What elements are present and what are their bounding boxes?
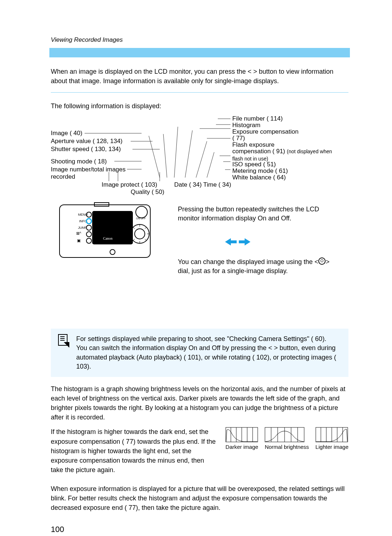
histogram-paragraph-2: If the histogram is higher towards the d… — [51, 427, 217, 474]
svg-text:ON  OFF: ON OFF — [136, 217, 146, 220]
svg-line-12 — [149, 136, 160, 178]
svg-text:JUMP: JUMP — [78, 226, 87, 230]
svg-text:INFO.: INFO. — [79, 219, 88, 223]
camera-illustration: MENU INFO. JUMP — [58, 201, 152, 263]
hist-normal: Normal brightness — [265, 427, 309, 450]
svg-line-13 — [163, 134, 167, 178]
side-text-dial: You can change the displayed image using… — [178, 257, 341, 276]
svg-line-15 — [185, 130, 192, 178]
svg-line-42 — [145, 227, 146, 229]
svg-point-28 — [86, 225, 91, 230]
svg-line-16 — [196, 141, 207, 178]
label-histogram: Histogram — [232, 122, 260, 129]
svg-line-41 — [133, 239, 135, 240]
svg-rect-31 — [94, 203, 109, 206]
label-iso: ISO speed ( 51) — [232, 161, 276, 168]
svg-point-33 — [130, 224, 149, 243]
label-exp-comp-ref: ( 77) — [232, 135, 245, 142]
svg-point-34 — [135, 229, 145, 239]
info-display-diagram: Image ( 40) Aperture value ( 128, 134) S… — [51, 116, 348, 326]
note-line-1: For settings displayed while preparing t… — [76, 334, 342, 344]
label-shutter: Shutter speed ( 130, 134) — [51, 146, 121, 153]
svg-rect-21 — [60, 205, 150, 257]
histogram-examples: Darker image Normal brightness — [225, 427, 348, 450]
label-flash-exp-1: Flash exposure — [232, 141, 274, 149]
label-exp-comp: Exposure compensation — [232, 128, 298, 135]
note-box: For settings displayed while preparing t… — [51, 329, 348, 377]
svg-point-24 — [86, 212, 91, 217]
svg-point-30 — [86, 238, 91, 243]
overexposure-paragraph: When exposure information is displayed f… — [51, 484, 348, 512]
section-bar — [49, 48, 350, 57]
side-text-toggle: Pressing the button repeatedly switches … — [178, 205, 341, 223]
svg-point-29 — [86, 232, 91, 237]
svg-text:▣: ▣ — [77, 238, 81, 243]
intro-paragraph: When an image is displayed on the LCD mo… — [51, 67, 348, 86]
histogram-paragraph: The histogram is a graph showing brightn… — [51, 384, 348, 422]
label-white-balance: White balance ( 64) — [232, 174, 286, 181]
label-metering: Metering mode ( 61) — [232, 167, 288, 175]
label-shooting-mode: Shooting mode ( 18) — [51, 158, 107, 165]
separator — [51, 92, 348, 93]
svg-text:MENU: MENU — [78, 213, 88, 216]
note-line-2: You can switch the information display O… — [76, 344, 342, 371]
svg-point-32 — [136, 206, 147, 218]
svg-line-40 — [145, 239, 146, 240]
page-number: 100 — [51, 517, 348, 534]
hist-darker: Darker image — [225, 427, 258, 450]
svg-point-26 — [86, 219, 91, 224]
svg-marker-55 — [65, 342, 69, 347]
svg-line-14 — [174, 127, 178, 178]
svg-line-39 — [133, 227, 135, 229]
label-quality: Quality ( 50) — [131, 188, 164, 196]
label-date-time: Date ( 34) Time ( 34) — [174, 181, 231, 188]
note-icon — [57, 334, 70, 350]
label-image: Image ( 40) — [51, 130, 82, 137]
label-imgnum-1: Image number/total images — [51, 166, 126, 173]
svg-rect-45 — [101, 236, 119, 241]
label-image-protect: Image protect ( 103) — [102, 181, 157, 188]
dial-icon — [318, 257, 326, 265]
svg-line-17 — [207, 152, 214, 178]
svg-marker-50 — [239, 238, 250, 245]
label-aperture: Aperture value ( 128, 134) — [51, 138, 123, 145]
svg-text:Canon: Canon — [103, 236, 113, 240]
label-flash-exp-2: compensation ( 91) (not displayed when f… — [232, 148, 341, 162]
svg-marker-49 — [225, 238, 237, 245]
svg-text:⊠ᴬ: ⊠ᴬ — [76, 231, 81, 235]
hist-lighter: Lighter image — [315, 427, 348, 450]
label-imgnum-2: recorded — [51, 173, 75, 180]
label-file-number: File number ( 114) — [232, 115, 283, 122]
following-info-text: The following information is displayed: — [51, 101, 348, 111]
svg-rect-22 — [93, 211, 132, 244]
breadcrumb: Viewing Recorded Images — [51, 36, 348, 44]
svg-point-44 — [110, 249, 115, 255]
